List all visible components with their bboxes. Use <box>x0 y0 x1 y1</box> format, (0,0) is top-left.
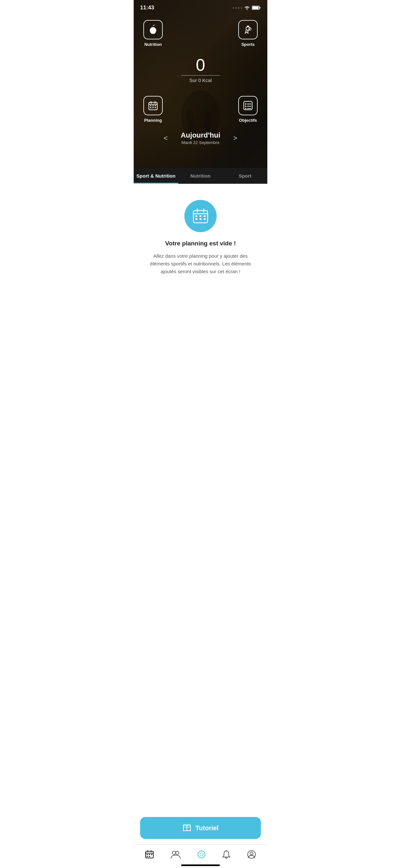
date-section: < Aujourd'hui Mardi 22 Septembre > <box>134 126 267 151</box>
svg-rect-40 <box>195 218 197 220</box>
objectifs-nav-label: Objectifs <box>239 118 257 123</box>
planning-icon-container <box>143 96 163 115</box>
svg-rect-41 <box>199 218 202 220</box>
tab-sport-nutrition[interactable]: Sport & Nutrition <box>134 168 178 184</box>
svg-rect-7 <box>252 6 258 9</box>
svg-rect-22 <box>155 105 156 106</box>
planning-nav-label: Planning <box>144 118 162 123</box>
main-content: Votre planning est vide ! Allez dans vot… <box>134 184 267 365</box>
objectifs-icon-container <box>238 96 258 115</box>
nutrition-nav-button[interactable]: Nutrition <box>143 20 163 47</box>
calories-display: 0 Sur 0 Kcal <box>134 53 267 89</box>
calories-value: 0 <box>134 57 267 73</box>
objectifs-list-icon <box>243 101 253 111</box>
svg-point-27 <box>245 103 246 104</box>
hero-section: 11:43 <box>134 0 267 168</box>
hero-top-nav: Nutrition Sports <box>134 13 267 53</box>
sports-icon <box>243 25 253 35</box>
empty-state-title: Votre planning est vide ! <box>165 240 236 247</box>
nutrition-nav-label: Nutrition <box>144 42 162 47</box>
date-center: Aujourd'hui Mardi 22 Septembre <box>181 131 220 145</box>
date-next-button[interactable]: > <box>230 133 241 144</box>
status-bar: 11:43 <box>134 0 267 13</box>
status-time: 11:43 <box>140 4 154 11</box>
planning-nav-button[interactable]: Planning <box>143 96 163 123</box>
svg-rect-38 <box>199 215 202 217</box>
svg-point-29 <box>245 105 246 107</box>
svg-point-9 <box>151 29 152 31</box>
date-prev-button[interactable]: < <box>160 133 171 144</box>
objectifs-nav-button[interactable]: Objectifs <box>238 96 258 123</box>
tab-sport[interactable]: Sport <box>223 168 267 184</box>
hero-bottom-nav: Planning Objectifs <box>134 89 267 126</box>
svg-point-31 <box>245 108 246 109</box>
svg-rect-20 <box>150 105 151 106</box>
calendar-icon <box>192 208 209 224</box>
sports-nav-button[interactable]: Sports <box>238 20 258 47</box>
empty-state-description: Allez dans votre planning pour y ajouter… <box>149 252 252 275</box>
svg-rect-24 <box>152 107 154 108</box>
battery-icon <box>252 5 261 10</box>
calories-label: Sur 0 Kcal <box>134 78 267 83</box>
planning-calendar-icon <box>148 101 158 111</box>
empty-state-calendar-icon <box>184 200 217 232</box>
svg-rect-37 <box>195 215 197 217</box>
status-icons <box>233 5 261 10</box>
signal-dots-icon <box>233 7 242 9</box>
svg-point-15 <box>247 26 249 27</box>
wifi-icon <box>244 5 250 10</box>
sports-icon-container <box>238 20 258 39</box>
sports-nav-label: Sports <box>241 42 254 47</box>
date-title: Aujourd'hui <box>181 131 220 140</box>
tab-nutrition[interactable]: Nutrition <box>178 168 223 184</box>
svg-rect-23 <box>150 107 151 108</box>
tab-bar: Sport & Nutrition Nutrition Sport <box>134 168 267 184</box>
nutrition-icon-container <box>143 20 163 39</box>
svg-rect-21 <box>152 105 154 106</box>
svg-rect-42 <box>204 218 206 220</box>
svg-point-5 <box>247 9 247 10</box>
date-subtitle: Mardi 22 Septembre <box>181 140 220 145</box>
calories-divider <box>181 75 220 75</box>
svg-rect-39 <box>204 215 206 217</box>
apple-icon <box>148 25 158 35</box>
svg-rect-8 <box>259 7 260 9</box>
svg-rect-25 <box>155 107 156 108</box>
